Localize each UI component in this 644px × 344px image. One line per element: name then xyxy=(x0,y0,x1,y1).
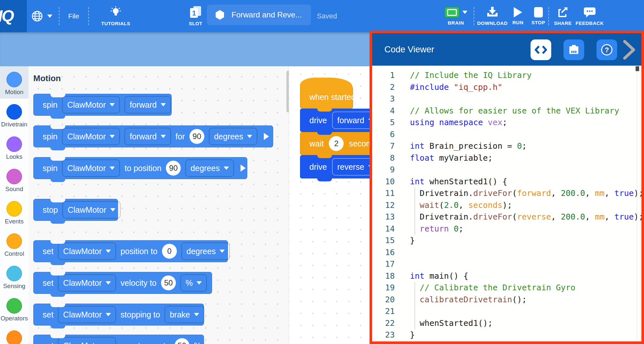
stack-block[interactable]: drivereverse xyxy=(300,155,378,178)
code-line-text xyxy=(410,258,415,270)
dropdown-value: ClawMotor xyxy=(68,205,106,215)
line-number: 14 xyxy=(372,223,395,235)
dropdown-field[interactable]: degrees xyxy=(181,242,230,260)
dropdown-field[interactable]: forward xyxy=(124,128,171,145)
dropdown-field[interactable]: ClawMotor xyxy=(58,274,116,292)
help-button[interactable]: ? xyxy=(596,39,617,60)
slot-button[interactable]: 1 SLOT xyxy=(181,0,210,32)
expand-arrow-icon[interactable] xyxy=(264,133,269,140)
palette-block[interactable]: setClawMotormax torque to50% xyxy=(33,335,204,344)
workspace-block-stack: when starteddriveforwardwait2secondsdriv… xyxy=(300,67,378,178)
palette-block[interactable]: spinClawMotorto position90degrees xyxy=(33,157,247,179)
category-label: Events xyxy=(5,218,24,225)
feedback-button[interactable]: FEEDBACK xyxy=(575,0,605,32)
category-label: Sound xyxy=(5,186,23,193)
number-field[interactable]: 50 xyxy=(161,275,176,290)
palette-block[interactable]: stopClawMotor xyxy=(33,199,118,221)
number-field[interactable]: 90 xyxy=(166,161,181,176)
sidebar-item-sensing[interactable]: Sensing xyxy=(0,260,28,293)
dropdown-field[interactable]: degrees xyxy=(185,159,234,177)
dropdown-field[interactable]: ClawMotor xyxy=(58,242,116,260)
code-token: calibrateDrivetrain xyxy=(420,295,512,304)
line-number: 21 xyxy=(372,306,395,317)
dropdown-field[interactable]: ClawMotor xyxy=(58,306,116,323)
download-icon xyxy=(486,6,499,18)
code-token: whenStarted1() { xyxy=(424,177,507,186)
code-token: namespace xyxy=(439,118,483,127)
code-token: Drivetrain. xyxy=(410,188,473,198)
number-field[interactable]: 50 xyxy=(175,338,189,344)
code-token: 0 xyxy=(517,141,522,151)
number-field[interactable]: 90 xyxy=(189,129,204,144)
collapse-panel-button[interactable] xyxy=(623,40,636,61)
dropdown-value: ClawMotor xyxy=(63,247,102,256)
code-line: 15} xyxy=(372,235,641,247)
line-number: 12 xyxy=(372,199,395,211)
stack-block[interactable]: wait2seconds xyxy=(300,132,375,155)
code-token: ; xyxy=(502,118,507,127)
dropdown-field[interactable]: ClawMotor xyxy=(58,337,116,344)
code-token: 200.0 xyxy=(561,188,585,198)
code-scrollbar-thumb[interactable] xyxy=(636,66,639,71)
code-token: ; xyxy=(522,141,527,151)
file-menu-button[interactable]: File xyxy=(63,0,84,32)
number-field[interactable]: 0 xyxy=(162,244,177,259)
dropdown-field[interactable]: forward xyxy=(124,96,171,113)
file-menu-label: File xyxy=(68,12,79,20)
dropdown-field[interactable]: ClawMotor xyxy=(62,96,120,113)
globe-icon xyxy=(31,10,43,22)
code-viewer-panel: Code Viewer ? xyxy=(370,31,644,344)
share-button[interactable]: SHARE xyxy=(552,0,574,32)
dropdown-caret-icon xyxy=(161,103,166,106)
dropdown-field[interactable]: ClawMotor xyxy=(62,159,120,177)
code-view-toggle-button[interactable] xyxy=(531,39,551,60)
sidebar-item-drivetrain[interactable]: Drivetrain xyxy=(0,99,28,131)
block-label: wait xyxy=(309,139,324,148)
app-logo: IQ xyxy=(0,0,27,32)
code-line-text: calibrateDrivetrain(); xyxy=(410,294,527,306)
brain-button[interactable]: BRAIN xyxy=(440,0,472,32)
palette-block[interactable]: setClawMotorposition to0degrees xyxy=(33,240,228,262)
vexcode-iq-window: IQ File xyxy=(0,0,644,344)
sidebar-item-looks[interactable]: Looks xyxy=(0,131,28,163)
sidebar-item-events[interactable]: Events xyxy=(0,196,28,228)
dropdown-field[interactable]: % xyxy=(180,274,207,292)
dropdown-field[interactable]: ClawMotor xyxy=(62,201,120,219)
dropdown-field[interactable]: ClawMotor xyxy=(62,128,120,145)
palette-block[interactable]: setClawMotorvelocity to50% xyxy=(33,272,212,294)
download-button[interactable]: DOWNLOAD xyxy=(475,0,510,32)
dropdown-caret-icon xyxy=(161,135,166,138)
code-line: 19 // Calibrate the Drivetrain Gyro xyxy=(372,282,641,294)
toolbar-divider xyxy=(88,7,89,25)
code-area[interactable]: 1// Include the IQ Library2#include "iq_… xyxy=(372,66,641,341)
palette-block[interactable]: setClawMotorstopping tobrake xyxy=(33,304,204,326)
palette-block[interactable]: spinClawMotorforward xyxy=(33,94,172,116)
number-field[interactable]: 2 xyxy=(329,136,344,151)
dropdown-field[interactable]: brake xyxy=(165,306,204,323)
device-info-button[interactable] xyxy=(564,39,584,60)
sidebar-item-sound[interactable]: Sound xyxy=(0,163,28,196)
run-button[interactable]: RUN xyxy=(509,0,527,32)
project-name-button[interactable]: Forward and Reve... xyxy=(207,5,311,25)
language-menu-button[interactable] xyxy=(31,0,52,32)
sidebar-item-control[interactable]: Control xyxy=(0,228,28,260)
code-token: , xyxy=(585,188,595,198)
hat-block[interactable]: when started xyxy=(300,85,353,109)
code-line-text: } xyxy=(410,329,415,341)
palette-block[interactable]: spinClawMotorforwardfor90degrees xyxy=(33,125,273,147)
sidebar-item-motion[interactable]: Motion xyxy=(0,66,28,99)
code-line: 16 xyxy=(372,247,641,259)
stack-block[interactable]: driveforward xyxy=(300,109,378,132)
code-line: 20 calibrateDrivetrain(); xyxy=(372,294,641,306)
stop-button[interactable]: STOP xyxy=(528,0,548,32)
brain-icon xyxy=(445,7,459,18)
sidebar-item-operators[interactable]: Operators xyxy=(0,293,28,325)
dropdown-field[interactable]: degrees xyxy=(209,128,257,145)
expand-arrow-icon[interactable] xyxy=(241,165,246,172)
sidebar-item-variables[interactable]: Variables xyxy=(0,325,28,344)
code-scrollbar-track[interactable] xyxy=(637,66,637,341)
dropdown-caret-icon xyxy=(224,167,229,170)
indent-guide xyxy=(414,282,415,294)
tutorials-button[interactable]: TUTORIALS xyxy=(94,0,138,32)
run-label: RUN xyxy=(512,20,523,25)
